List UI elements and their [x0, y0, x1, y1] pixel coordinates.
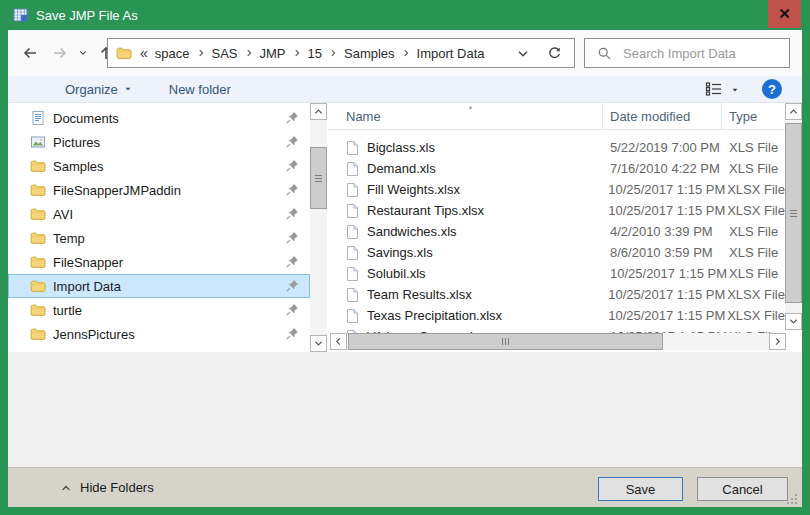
- sidebar-item-label: Pictures: [53, 135, 100, 150]
- back-button[interactable]: [18, 42, 42, 64]
- breadcrumb-segment[interactable]: Samples: [339, 46, 412, 61]
- file-row[interactable]: Fill Weights.xlsx 10/25/2017 1:15 PM XLS…: [328, 179, 785, 200]
- pin-icon[interactable]: [285, 110, 300, 125]
- file-name: Fill Weights.xlsx: [367, 182, 460, 197]
- file-type: XLS File: [722, 245, 785, 260]
- breadcrumb-segment[interactable]: SAS: [207, 46, 255, 61]
- sidebar-item[interactable]: Pictures: [8, 130, 310, 154]
- sidebar-scrollbar[interactable]: [310, 103, 327, 352]
- sidebar-item[interactable]: FileSnapperJMPaddin: [8, 178, 310, 202]
- file-list: Name Date modified Type Bigclass.xls 5/2…: [328, 103, 785, 333]
- scrollbar-thumb[interactable]: [310, 147, 327, 209]
- breadcrumb-segment[interactable]: Import Data: [412, 46, 490, 61]
- file-icon: [346, 203, 359, 219]
- file-row[interactable]: Sandwiches.xls 4/2/2010 3:39 PM XLS File: [328, 221, 785, 242]
- sidebar-item[interactable]: FileSnapper: [8, 250, 310, 274]
- file-list-scrollbar[interactable]: [785, 103, 802, 330]
- column-headers: Name Date modified Type: [328, 103, 785, 130]
- resize-grip[interactable]: [785, 492, 797, 504]
- document-icon: [30, 110, 46, 126]
- pin-icon[interactable]: [285, 278, 300, 293]
- close-icon: ✕: [778, 5, 791, 23]
- file-name: Savings.xls: [367, 245, 433, 260]
- file-date-modified: 10/25/2017 1:15 PM: [601, 308, 720, 323]
- sidebar-item[interactable]: Samples: [8, 154, 310, 178]
- sidebar-item-label: turtle: [53, 303, 82, 318]
- file-row[interactable]: Demand.xls 7/16/2010 4:22 PM XLS File: [328, 158, 785, 179]
- new-folder-button[interactable]: New folder: [169, 82, 231, 97]
- breadcrumb-segment[interactable]: space: [150, 46, 207, 61]
- sidebar-item[interactable]: Import Data: [8, 274, 310, 298]
- file-name: Texas Precipitation.xlsx: [367, 308, 502, 323]
- file-icon: [346, 308, 359, 324]
- file-row[interactable]: Texas Precipitation.xlsx 10/25/2017 1:15…: [328, 305, 785, 326]
- views-icon[interactable]: [705, 81, 723, 97]
- file-row[interactable]: Savings.xls 8/6/2010 3:59 PM XLS File: [328, 242, 785, 263]
- folder-icon: [30, 230, 46, 246]
- views-caret-icon[interactable]: [730, 85, 740, 95]
- close-button[interactable]: ✕: [768, 0, 801, 28]
- pin-icon[interactable]: [285, 158, 300, 173]
- forward-button[interactable]: [48, 42, 72, 64]
- address-dropdown-icon[interactable]: [516, 47, 530, 61]
- thumb-grip: [315, 175, 322, 182]
- sidebar-item-label: AVI: [53, 207, 73, 222]
- sidebar-item-label: FileSnapperJMPaddin: [53, 183, 181, 198]
- save-button[interactable]: Save: [598, 477, 683, 501]
- search-input[interactable]: Search Import Data: [584, 38, 790, 68]
- breadcrumb-segment[interactable]: JMP: [255, 46, 303, 61]
- file-row[interactable]: Team Results.xlsx 10/25/2017 1:15 PM XLS…: [328, 284, 785, 305]
- pin-icon[interactable]: [285, 302, 300, 317]
- scroll-right-button[interactable]: [769, 333, 786, 350]
- sidebar-item-label: Samples: [53, 159, 104, 174]
- scroll-down-button[interactable]: [785, 313, 802, 330]
- hide-folders-button[interactable]: Hide Folders: [60, 480, 154, 495]
- file-type: XLS File: [722, 224, 785, 239]
- file-name: Restaurant Tips.xlsx: [367, 203, 484, 218]
- sidebar-item-label: Documents: [53, 111, 119, 126]
- recent-locations-button[interactable]: [76, 42, 90, 64]
- chevron-right-icon: [196, 48, 206, 58]
- horizontal-scrollbar[interactable]: [330, 333, 786, 350]
- caret-down-icon: [123, 84, 133, 94]
- sidebar-item-label: Import Data: [53, 279, 121, 294]
- file-row[interactable]: Restaurant Tips.xlsx 10/25/2017 1:15 PM …: [328, 200, 785, 221]
- sidebar-item[interactable]: turtle: [8, 298, 310, 322]
- column-header-type[interactable]: Type: [722, 103, 785, 129]
- file-icon: [346, 287, 359, 303]
- file-row[interactable]: Bigclass.xls 5/22/2019 7:00 PM XLS File: [328, 137, 785, 158]
- sidebar-item-label: FileSnapper: [53, 255, 123, 270]
- sort-ascending-icon: [466, 104, 475, 111]
- folder-icon: [30, 158, 46, 174]
- scroll-down-button[interactable]: [310, 335, 327, 352]
- cancel-button[interactable]: Cancel: [697, 477, 788, 501]
- scroll-up-button[interactable]: [310, 103, 327, 120]
- file-row[interactable]: Solubil.xls 10/25/2017 1:15 PM XLS File: [328, 263, 785, 284]
- address-bar[interactable]: « space SAS JMP 15: [107, 38, 575, 68]
- sidebar-item[interactable]: JennsPictures: [8, 322, 310, 346]
- scrollbar-thumb[interactable]: [785, 123, 802, 303]
- sidebar-item[interactable]: AVI: [8, 202, 310, 226]
- pin-icon[interactable]: [285, 182, 300, 197]
- pin-icon[interactable]: [285, 206, 300, 221]
- breadcrumb-overflow[interactable]: «: [140, 45, 148, 61]
- breadcrumb-segment[interactable]: 15: [303, 46, 339, 61]
- sidebar-item[interactable]: Documents: [8, 106, 310, 130]
- file-type: XLS File: [722, 161, 785, 176]
- sidebar-item[interactable]: Temp: [8, 226, 310, 250]
- pin-icon[interactable]: [285, 230, 300, 245]
- file-row[interactable]: VA Lung Cancer.xls 10/25/2017 1:15 PM XL…: [328, 326, 785, 333]
- pin-icon[interactable]: [285, 254, 300, 269]
- organize-button[interactable]: Organize: [65, 82, 133, 97]
- scrollbar-thumb[interactable]: [348, 333, 663, 350]
- file-type: XLSX File: [720, 308, 785, 323]
- file-type: XLS File: [722, 266, 785, 281]
- refresh-icon[interactable]: [547, 46, 562, 61]
- scroll-left-button[interactable]: [330, 333, 347, 350]
- thumb-grip: [502, 338, 509, 345]
- help-button[interactable]: ?: [762, 79, 782, 99]
- column-header-date-modified[interactable]: Date modified: [603, 103, 722, 129]
- pin-icon[interactable]: [285, 134, 300, 149]
- scroll-up-button[interactable]: [785, 103, 802, 120]
- pin-icon[interactable]: [285, 326, 300, 341]
